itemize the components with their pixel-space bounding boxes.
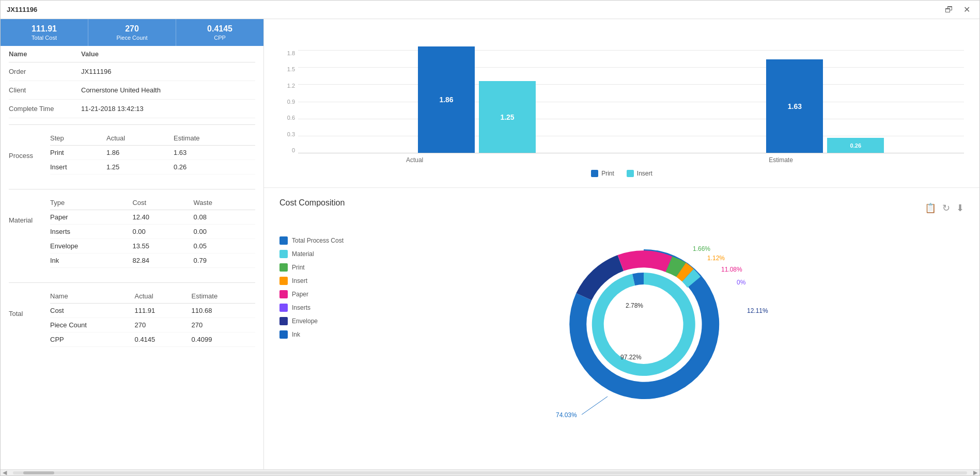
left-panel: 111.91 Total Cost 270 Piece Count 0.4145…	[1, 19, 264, 469]
comp-legend-label: Material	[292, 250, 314, 258]
y-label-1: 1.8	[279, 50, 295, 56]
comp-legend-label: Envelope	[292, 318, 318, 325]
material-type: Inserts	[50, 225, 128, 239]
order-row: Order JX111196	[9, 62, 255, 81]
divider-2	[9, 189, 255, 189]
horizontal-scrollbar[interactable]: ◀ ▶	[1, 469, 979, 475]
donut-center	[609, 289, 679, 359]
piece-count-label: Piece Count	[94, 35, 170, 41]
material-cost: 82.84	[128, 253, 189, 268]
document-action-button[interactable]: 📋	[925, 202, 936, 214]
piece-count-value: 270	[94, 24, 170, 34]
composition-body: Total Process Cost Material Print Insert…	[279, 216, 964, 433]
label-material-pct: 97.22%	[620, 354, 642, 361]
composition-legend: Total Process Cost Material Print Insert…	[279, 216, 344, 433]
chart-actions: 📋 ↻ ⬇	[925, 200, 964, 214]
content-area: 111.91 Total Cost 270 Piece Count 0.4145…	[1, 19, 979, 469]
minimize-button[interactable]: 🗗	[942, 4, 956, 15]
material-waste: 0.00	[190, 225, 255, 239]
chart-legend: Print Insert	[279, 170, 964, 177]
process-table: Step Actual Estimate Print 1.86 1.63 Ins…	[50, 131, 255, 174]
total-cost-value: 111.91	[6, 24, 83, 34]
comp-legend-item: Inserts	[279, 304, 344, 312]
divider-3	[9, 282, 255, 283]
comp-legend-item: Total Process Cost	[279, 236, 344, 245]
comp-legend-dot	[279, 317, 288, 325]
label-total-pct: 74.03%	[556, 411, 577, 419]
process-actual: 1.86	[102, 146, 169, 160]
refresh-action-button[interactable]: ↻	[942, 202, 950, 214]
scroll-right-arrow[interactable]: ▶	[971, 469, 979, 476]
process-col-step: Step	[50, 131, 102, 146]
right-panel: 1.8 1.5 1.2 0.9 0.6 0.3 0	[264, 19, 979, 469]
x-label-actual: Actual	[264, 156, 598, 164]
bars-area: 1.86 1.25 1.63 0.26	[298, 50, 964, 153]
label-line-total	[582, 396, 608, 415]
total-actual: 111.91	[131, 304, 188, 318]
download-action-button[interactable]: ⬇	[956, 202, 964, 214]
process-step: Print	[50, 146, 102, 160]
total-col-estimate: Estimate	[188, 289, 255, 304]
comp-legend-dot	[279, 250, 288, 258]
material-table-row: Envelope 13.55 0.05	[50, 239, 255, 253]
label-total-inner-pct: 2.78%	[626, 302, 643, 309]
process-estimate: 1.63	[169, 146, 255, 160]
y-label-7: 0	[279, 147, 295, 153]
comp-legend-dot	[279, 236, 288, 245]
total-table-row: Cost 111.91 110.68	[50, 304, 255, 318]
legend-insert: Insert	[627, 170, 652, 177]
client-label: Client	[9, 86, 81, 94]
material-type: Paper	[50, 210, 128, 225]
info-section: Name Value Order JX111196 Client Corners…	[1, 46, 263, 118]
process-step: Insert	[50, 160, 102, 174]
comp-legend-item: Material	[279, 250, 344, 258]
legend-print-label: Print	[601, 170, 614, 177]
estimate-print-label: 1.63	[788, 102, 802, 110]
material-table-row: Ink 82.84 0.79	[50, 253, 255, 268]
comp-legend-label: Ink	[292, 331, 300, 338]
material-type: Envelope	[50, 239, 128, 253]
total-estimate: 270	[188, 318, 255, 332]
material-col-cost: Cost	[128, 196, 189, 210]
value-col-header: Value	[81, 50, 99, 58]
main-window: JX111196 🗗 ✕ 111.91 Total Cost 270 Piece…	[0, 0, 980, 476]
scroll-left-arrow[interactable]: ◀	[1, 469, 9, 476]
scroll-thumb[interactable]	[23, 471, 54, 474]
comp-legend-item: Envelope	[279, 317, 344, 325]
y-label-5: 0.6	[279, 115, 295, 121]
donut-chart: 1.66% 1.12% 11.08% 0% 12.11% 2.78% 97.22…	[530, 216, 788, 433]
material-col-waste: Waste	[190, 196, 255, 210]
material-table-wrapper: Type Cost Waste Paper 12.40 0.08 Inserts…	[50, 196, 255, 268]
legend-print: Print	[591, 170, 614, 177]
y-label-4: 0.9	[279, 99, 295, 105]
piece-count-cell: 270 Piece Count	[88, 19, 176, 46]
y-label-6: 0.3	[279, 131, 295, 137]
cost-composition-title: Cost Composition	[279, 198, 345, 208]
window-controls: 🗗 ✕	[942, 4, 973, 15]
total-table-row: Piece Count 270 270	[50, 318, 255, 332]
cpp-label: CPP	[181, 35, 258, 41]
y-axis: 1.8 1.5 1.2 0.9 0.6 0.3 0	[279, 50, 298, 153]
complete-time-value: 11-21-2018 13:42:13	[81, 105, 144, 113]
cost-comp-header: Cost Composition 📋 ↻ ⬇	[279, 198, 964, 216]
bar-chart: 1.8 1.5 1.2 0.9 0.6 0.3 0	[279, 29, 964, 153]
process-col-estimate: Estimate	[169, 131, 255, 146]
close-button[interactable]: ✕	[960, 4, 973, 15]
legend-insert-label: Insert	[637, 170, 652, 177]
label-envelope-pct: 12.11%	[747, 307, 768, 314]
material-table-row: Inserts 0.00 0.00	[50, 225, 255, 239]
scroll-track[interactable]	[13, 471, 967, 474]
comp-legend-item: Insert	[279, 277, 344, 285]
y-label-3: 1.2	[279, 83, 295, 89]
estimate-bar-group: 1.63 0.26	[766, 59, 884, 153]
material-cost: 12.40	[128, 210, 189, 225]
total-estimate: 110.68	[188, 304, 255, 318]
estimate-print-bar: 1.63	[766, 59, 823, 153]
client-row: Client Cornerstone United Health	[9, 81, 255, 100]
process-table-wrapper: Step Actual Estimate Print 1.86 1.63 Ins…	[50, 131, 255, 174]
x-label-estimate: Estimate	[598, 156, 964, 164]
total-col-actual: Actual	[131, 289, 188, 304]
total-actual: 270	[131, 318, 188, 332]
label-print-pct: 1.66%	[693, 245, 710, 252]
process-col-actual: Actual	[102, 131, 169, 146]
